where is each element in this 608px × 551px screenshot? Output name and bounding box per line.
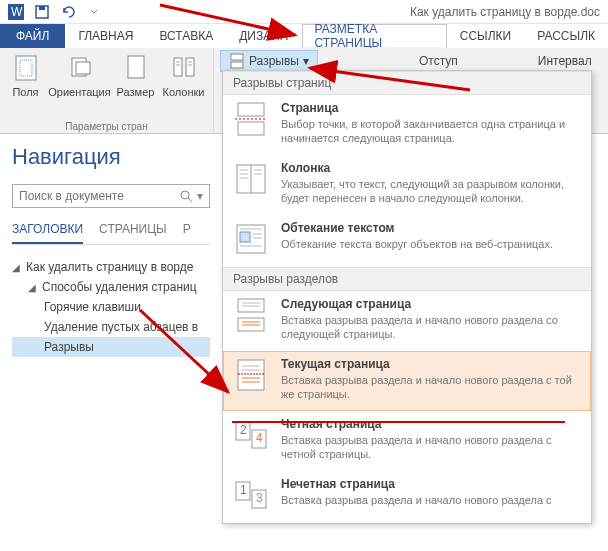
svg-rect-9 — [174, 58, 182, 76]
even-page-icon: 24 — [233, 417, 269, 453]
svg-rect-8 — [128, 56, 144, 78]
mi-desc: Указывает, что текст, следующий за разры… — [281, 177, 581, 205]
menu-item-odd-page[interactable]: 13 Нечетная страницаВставка разрыва разд… — [223, 471, 591, 523]
mi-desc: Выбор точки, в которой заканчивается одн… — [281, 117, 581, 145]
orientation-icon — [64, 52, 96, 84]
tab-insert[interactable]: ВСТАВКА — [146, 24, 226, 48]
svg-rect-3 — [39, 6, 45, 10]
svg-text:2: 2 — [240, 423, 247, 437]
caret-icon: ◢ — [28, 282, 38, 293]
headings-tree: ◢Как удалить страницу в ворде ◢Способы у… — [12, 257, 210, 357]
document-title: Как удалить страницу в ворде.doc — [410, 5, 604, 19]
mi-title: Колонка — [281, 161, 581, 175]
qat-dropdown-icon[interactable] — [82, 1, 106, 23]
mi-title: Нечетная страница — [281, 477, 581, 491]
breaks-label: Разрывы — [249, 54, 299, 68]
indent-label-row: Отступ — [410, 50, 467, 72]
columns-button[interactable]: Колонки — [159, 52, 209, 98]
nav-tab-results[interactable]: Р — [183, 222, 191, 244]
nav-tab-pages[interactable]: СТРАНИЦЫ — [99, 222, 167, 244]
tree-leaf-hotkeys[interactable]: Горячие клавиши — [12, 297, 210, 317]
quick-access-toolbar: W — [4, 1, 106, 23]
svg-text:1: 1 — [240, 483, 247, 497]
mi-title: Текущая страница — [281, 357, 581, 371]
tab-home[interactable]: ГЛАВНАЯ — [65, 24, 146, 48]
breaks-menu: Разрывы страниц СтраницаВыбор точки, в к… — [222, 70, 592, 524]
svg-rect-10 — [186, 58, 194, 76]
navigation-pane: Навигация ▾ ЗАГОЛОВКИ СТРАНИЦЫ Р ◢Как уд… — [0, 134, 222, 367]
save-icon[interactable] — [30, 1, 54, 23]
odd-page-icon: 13 — [233, 477, 269, 513]
caret-icon: ◢ — [12, 262, 22, 273]
mi-title: Обтекание текстом — [281, 221, 581, 235]
spacing-label: Интервал — [538, 54, 592, 68]
size-button[interactable]: Размер — [113, 52, 159, 98]
page-break-icon — [233, 101, 269, 137]
indent-label: Отступ — [419, 54, 458, 68]
word-app-icon[interactable]: W — [4, 1, 28, 23]
size-label: Размер — [117, 86, 155, 98]
mi-desc: Вставка разрыва раздела и начало нового … — [281, 373, 581, 401]
menu-item-continuous[interactable]: Текущая страницаВставка разрыва раздела … — [223, 351, 591, 411]
svg-text:4: 4 — [256, 431, 263, 445]
search-icon[interactable] — [179, 189, 193, 203]
menu-item-page[interactable]: СтраницаВыбор точки, в которой заканчива… — [223, 95, 591, 155]
page-setup-group: Поля Ориентация Размер Колонки Параметры… — [0, 48, 214, 134]
tree-root[interactable]: ◢Как удалить страницу в ворде — [12, 257, 210, 277]
search-input[interactable] — [19, 189, 179, 203]
tab-design[interactable]: ДИЗАЙН — [226, 24, 301, 48]
mi-desc: Обтекание текста вокруг объектов на веб-… — [281, 237, 581, 251]
tab-mailings[interactable]: РАССЫЛК — [524, 24, 608, 48]
svg-rect-41 — [238, 360, 264, 390]
continuous-icon — [233, 357, 269, 393]
margins-button[interactable]: Поля — [5, 52, 47, 98]
orientation-button[interactable]: Ориентация — [47, 52, 113, 98]
breaks-button[interactable]: Разрывы ▾ — [220, 50, 318, 72]
svg-rect-20 — [238, 122, 264, 135]
navigation-title: Навигация — [12, 144, 210, 170]
breaks-icon — [229, 53, 245, 69]
mi-title: Следующая страница — [281, 297, 581, 311]
svg-point-17 — [181, 191, 189, 199]
title-bar: W Как удалить страницу в ворде.doc — [0, 0, 608, 24]
tree-node[interactable]: ◢Способы удаления страниц — [12, 277, 210, 297]
orientation-label: Ориентация — [48, 86, 110, 98]
margins-label: Поля — [12, 86, 38, 98]
svg-rect-30 — [240, 232, 250, 242]
menu-section-section-breaks: Разрывы разделов — [223, 267, 591, 291]
search-box[interactable]: ▾ — [12, 184, 210, 208]
column-break-icon — [233, 161, 269, 197]
tab-file[interactable]: ФАЙЛ — [0, 24, 65, 48]
page-setup-caption: Параметры стран — [65, 121, 147, 132]
ribbon-tabs: ФАЙЛ ГЛАВНАЯ ВСТАВКА ДИЗАЙН РАЗМЕТКА СТР… — [0, 24, 608, 48]
tab-page-layout[interactable]: РАЗМЕТКА СТРАНИЦЫ — [302, 24, 447, 48]
svg-rect-19 — [238, 103, 264, 116]
size-icon — [120, 52, 152, 84]
tab-references[interactable]: ССЫЛКИ — [447, 24, 524, 48]
columns-icon — [168, 52, 200, 84]
svg-rect-15 — [231, 54, 243, 60]
svg-rect-16 — [231, 62, 243, 68]
mi-desc: Вставка разрыва раздела и начало нового … — [281, 493, 581, 507]
columns-label: Колонки — [163, 86, 205, 98]
mi-desc: Вставка разрыва раздела и начало нового … — [281, 433, 581, 461]
margins-icon — [10, 52, 42, 84]
nav-tab-headings[interactable]: ЗАГОЛОВКИ — [12, 222, 83, 244]
menu-item-text-wrap[interactable]: Обтекание текстомОбтекание текста вокруг… — [223, 215, 591, 267]
chevron-down-icon: ▾ — [303, 54, 309, 68]
menu-item-even-page[interactable]: 24 Четная страницаВставка разрыва раздел… — [223, 411, 591, 471]
menu-item-column[interactable]: КолонкаУказывает, что текст, следующий з… — [223, 155, 591, 215]
mi-desc: Вставка разрыва раздела и начало нового … — [281, 313, 581, 341]
svg-text:W: W — [11, 5, 23, 19]
tree-leaf-empty-para[interactable]: Удаление пустых абзацев в — [12, 317, 210, 337]
menu-section-page-breaks: Разрывы страниц — [223, 71, 591, 95]
tree-leaf-breaks[interactable]: Разрывы — [12, 337, 210, 357]
undo-icon[interactable] — [56, 1, 80, 23]
chevron-down-icon[interactable]: ▾ — [197, 189, 203, 203]
svg-line-18 — [188, 198, 192, 202]
mi-title: Четная страница — [281, 417, 581, 431]
menu-item-next-page[interactable]: Следующая страницаВставка разрыва раздел… — [223, 291, 591, 351]
next-page-icon — [233, 297, 269, 333]
text-wrap-icon — [233, 221, 269, 257]
svg-text:3: 3 — [256, 491, 263, 505]
